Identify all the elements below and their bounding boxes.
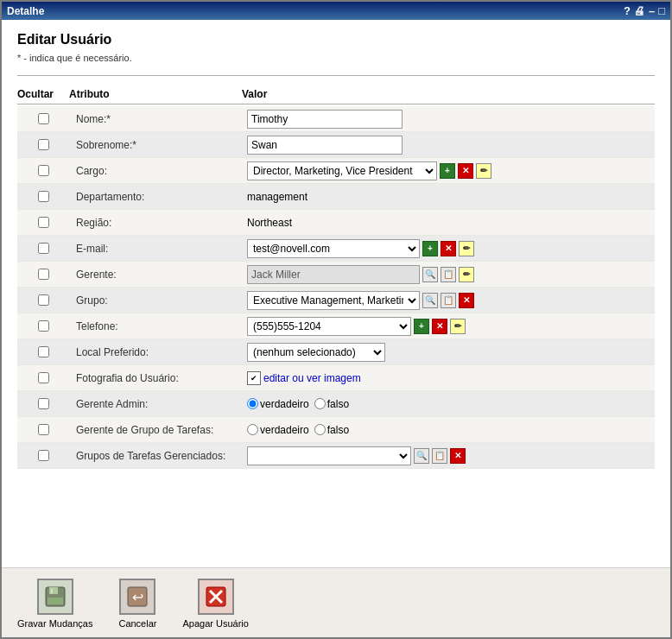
value-nome (242, 107, 655, 131)
row-cargo: Cargo: Director, Marketing, Vice Preside… (17, 158, 655, 184)
value-grupos-gerenciados: 🔍 📋 ✕ (242, 444, 655, 468)
edit-cargo-button[interactable]: ✏ (476, 163, 491, 179)
select-email[interactable]: test@novell.com (247, 239, 420, 258)
cancel-svg: ↩ (125, 585, 149, 609)
radio-input-gerente-grupo-false[interactable] (314, 424, 326, 435)
main-window: Detalhe ? 🖨 – □ Editar Usuário * - indic… (0, 0, 672, 639)
checkbox-gerente[interactable] (38, 269, 49, 280)
value-local: (nenhum selecionado) (242, 340, 655, 364)
value-departamento: management (242, 188, 655, 206)
value-regiao: Northeast (242, 214, 655, 231)
checkbox-local[interactable] (38, 346, 49, 357)
checkbox-regiao[interactable] (38, 217, 49, 228)
checkbox-foto[interactable] (38, 372, 49, 383)
minimize-button[interactable]: – (649, 4, 655, 17)
radio-input-gerente-admin-false[interactable] (314, 398, 326, 409)
copy-gerente-button[interactable]: 📋 (441, 267, 456, 282)
save-svg (43, 585, 67, 609)
edit-telefone-button[interactable]: ✏ (450, 319, 466, 334)
svg-rect-2 (48, 598, 63, 604)
row-grupos-gerenciados: Grupos de Tarefas Gerenciados: 🔍 📋 ✕ (17, 443, 655, 469)
copy-grupo-button[interactable]: 📋 (441, 293, 456, 308)
row-gerente-admin: Gerente Admin: verdadeiro falso (17, 391, 655, 417)
del-email-button[interactable]: ✕ (441, 241, 456, 256)
hide-regiao (17, 213, 69, 231)
radio-gerente-admin-false[interactable]: falso (314, 398, 349, 410)
delete-button[interactable]: Apagar Usuário (182, 579, 248, 629)
help-button[interactable]: ? (624, 4, 631, 17)
checkbox-telefone[interactable] (38, 320, 49, 332)
value-grupo: Executive Management, Marketing 🔍 📋 ✕ (242, 288, 655, 313)
svg-rect-1 (49, 587, 58, 594)
radio-gerente-grupo-false[interactable]: falso (314, 424, 349, 436)
checkbox-departamento[interactable] (38, 191, 49, 202)
input-nome[interactable] (247, 110, 403, 129)
hide-cargo (17, 161, 69, 180)
maximize-button[interactable]: □ (658, 4, 665, 17)
radio-input-gerente-grupo-true[interactable] (247, 424, 258, 435)
select-cargo[interactable]: Director, Marketing, Vice President (247, 161, 437, 180)
search-gerente-button[interactable]: 🔍 (422, 267, 438, 282)
row-email: E-mail: test@novell.com + ✕ ✏ (17, 236, 655, 262)
select-grupos-gerenciados[interactable] (247, 446, 411, 465)
delete-icon (198, 579, 234, 615)
del-grupo-button[interactable]: ✕ (459, 293, 474, 308)
label-foto: Fotografia do Usuário: (69, 369, 242, 388)
checkbox-grupo[interactable] (38, 294, 49, 306)
add-cargo-button[interactable]: + (440, 163, 455, 179)
photo-link[interactable]: editar ou ver imagem (263, 372, 361, 384)
row-departamento: Departamento: management (17, 184, 655, 210)
input-sobrenome[interactable] (247, 136, 403, 155)
search-grupo-button[interactable]: 🔍 (422, 293, 438, 308)
checkbox-gerente-admin[interactable] (38, 398, 49, 409)
hide-telefone (17, 317, 69, 335)
row-foto: Fotografia do Usuário: ✔ editar ou ver i… (17, 365, 655, 391)
del-grupos-button[interactable]: ✕ (450, 448, 466, 464)
label-gerente: Gerente: (69, 265, 242, 284)
checkbox-grupos-gerenciados[interactable] (38, 450, 49, 461)
label-departamento: Departamento: (69, 187, 242, 206)
radio-gerente-grupo-true[interactable]: verdadeiro (247, 424, 309, 436)
checkbox-sobrenome[interactable] (38, 139, 49, 150)
search-grupos-button[interactable]: 🔍 (414, 448, 429, 464)
print-button[interactable]: 🖨 (634, 4, 645, 17)
label-sobrenome: Sobrenome:* (69, 136, 242, 155)
row-grupo: Grupo: Executive Management, Marketing 🔍… (17, 288, 655, 313)
select-local[interactable]: (nenhum selecionado) (247, 343, 385, 362)
svg-rect-3 (51, 589, 53, 593)
radio-group-gerente-grupo: verdadeiro falso (247, 424, 349, 436)
copy-grupos-button[interactable]: 📋 (432, 448, 447, 464)
hide-gerente-grupo (17, 421, 69, 439)
radio-input-gerente-admin-true[interactable] (247, 398, 258, 409)
checkbox-cargo[interactable] (38, 165, 49, 176)
row-telefone: Telefone: (555)555-1204 + ✕ ✏ (17, 313, 655, 339)
edit-email-button[interactable]: ✏ (459, 241, 474, 256)
save-button[interactable]: Gravar Mudanças (17, 579, 92, 629)
row-local: Local Preferido: (nenhum selecionado) (17, 339, 655, 365)
radio-gerente-admin-true[interactable]: verdadeiro (247, 398, 309, 410)
edit-gerente-button[interactable]: ✏ (459, 267, 474, 282)
label-grupos-gerenciados: Grupos de Tarefas Gerenciados: (69, 446, 242, 465)
row-regiao: Região: Northeast (17, 210, 655, 236)
table-header: Ocultar Atributo Valor (17, 85, 655, 104)
add-telefone-button[interactable]: + (414, 319, 429, 334)
add-email-button[interactable]: + (422, 241, 438, 256)
cancel-button[interactable]: ↩ Cancelar (118, 579, 156, 629)
select-grupo[interactable]: Executive Management, Marketing (247, 291, 420, 310)
hide-local (17, 343, 69, 361)
del-cargo-button[interactable]: ✕ (458, 163, 473, 179)
row-gerente-grupo: Gerente de Grupo de Tarefas: verdadeiro … (17, 417, 655, 443)
divider (17, 75, 655, 76)
select-telefone[interactable]: (555)555-1204 (247, 317, 411, 336)
value-email: test@novell.com + ✕ ✏ (242, 237, 655, 261)
row-gerente: Gerente: 🔍 📋 ✏ (17, 262, 655, 288)
hide-grupo (17, 291, 69, 309)
value-gerente: 🔍 📋 ✏ (242, 263, 655, 287)
checkbox-nome[interactable] (38, 113, 49, 124)
checkbox-email[interactable] (38, 243, 49, 254)
del-telefone-button[interactable]: ✕ (432, 319, 447, 334)
label-local: Local Preferido: (69, 343, 242, 362)
checkbox-gerente-grupo[interactable] (38, 424, 49, 435)
photo-icon: ✔ (247, 371, 261, 385)
hide-gerente (17, 265, 69, 283)
